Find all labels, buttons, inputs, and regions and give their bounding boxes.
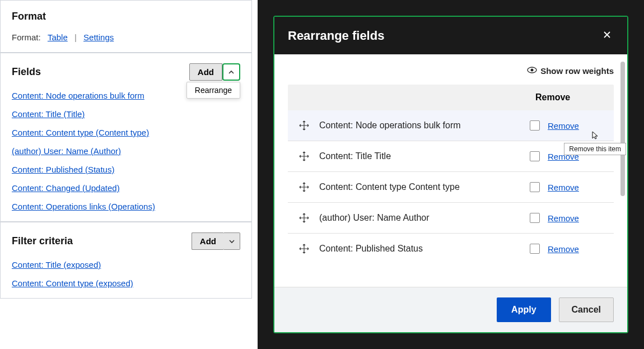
format-title: Format — [12, 11, 46, 22]
modal-footer: Apply Cancel — [274, 287, 627, 332]
filter-list: Content: Title (exposed) Content: Conten… — [12, 260, 240, 288]
table-row: Content: Node operations bulk form Remov… — [288, 110, 614, 141]
drag-handle[interactable] — [299, 151, 309, 161]
move-icon — [299, 244, 309, 254]
drag-handle[interactable] — [299, 120, 309, 131]
modal-header: Rearrange fields — [274, 17, 627, 54]
field-link[interactable]: (author) User: Name (Author) — [12, 146, 240, 156]
move-icon — [299, 213, 309, 223]
fields-add-button[interactable]: Add — [189, 63, 222, 81]
filter-section: Filter criteria Add Content: Title (expo… — [0, 222, 252, 299]
close-button[interactable] — [600, 27, 614, 44]
filter-title: Filter criteria — [12, 235, 73, 247]
field-link[interactable]: Content: Published (Status) — [12, 165, 240, 174]
table-row: Content: Content type Content type Remov… — [288, 172, 614, 203]
field-link[interactable]: Content: Changed (Updated) — [12, 183, 240, 193]
cancel-button[interactable]: Cancel — [559, 297, 614, 322]
drag-handle[interactable] — [299, 244, 309, 254]
show-row-weights-toggle[interactable]: Show row weights — [288, 66, 614, 76]
fields-section: Fields Add Rearrange Content: Node opera… — [0, 53, 252, 222]
remove-checkbox[interactable] — [530, 213, 540, 223]
format-row: Format: Table | Settings — [12, 32, 240, 42]
format-section: Format Format: Table | Settings — [0, 0, 252, 53]
drag-handle[interactable] — [299, 182, 309, 192]
cursor-icon — [590, 131, 600, 143]
remove-link[interactable]: Remove — [548, 183, 579, 192]
apply-button[interactable]: Apply — [497, 297, 550, 322]
row-actions: Remove — [530, 213, 603, 223]
row-actions: Remove — [530, 120, 603, 131]
row-label: Content: Content type Content type — [319, 182, 520, 192]
table-header: Remove — [288, 85, 614, 110]
modal-backdrop: Rearrange fields Show row weights Remove — [258, 0, 644, 349]
remove-link[interactable]: Remove — [548, 121, 579, 131]
remove-checkbox[interactable] — [530, 120, 540, 131]
remove-checkbox[interactable] — [530, 151, 540, 161]
row-label: (author) User: Name Author — [319, 213, 520, 223]
chevron-down-icon — [228, 238, 235, 245]
scrollbar-thumb[interactable] — [620, 62, 625, 196]
field-link[interactable]: Content: Content type (Content type) — [12, 128, 240, 137]
remove-tooltip: Remove this item — [564, 143, 626, 155]
table-row: (author) User: Name Author Remove — [288, 203, 614, 234]
row-actions: Remove — [530, 244, 603, 254]
drag-handle[interactable] — [299, 213, 309, 223]
remove-link[interactable]: Remove — [548, 244, 579, 254]
move-icon — [299, 182, 309, 192]
close-icon — [603, 30, 612, 39]
eye-icon — [527, 66, 537, 76]
chevron-up-icon — [228, 69, 235, 76]
move-icon — [299, 151, 309, 161]
rearrange-modal: Rearrange fields Show row weights Remove — [273, 16, 628, 333]
row-label: Content: Title Title — [319, 151, 520, 161]
filter-add-group: Add — [192, 232, 240, 250]
remove-checkbox[interactable] — [530, 244, 540, 254]
separator: | — [74, 32, 77, 42]
move-icon — [299, 120, 309, 131]
field-link[interactable]: Content: Title (Title) — [12, 109, 240, 119]
fields-dropdown-toggle[interactable] — [222, 63, 240, 81]
filter-dropdown-toggle[interactable] — [224, 232, 240, 250]
modal-body: Show row weights Remove Content: Node op… — [274, 54, 627, 287]
remove-checkbox[interactable] — [530, 182, 540, 192]
fields-list: Content: Node operations bulk form Conte… — [12, 91, 240, 211]
remove-link[interactable]: Remove — [548, 213, 579, 223]
row-label: Content: Published Status — [319, 244, 520, 254]
column-remove-header: Remove — [535, 92, 603, 103]
field-link[interactable]: Content: Operations links (Operations) — [12, 202, 240, 211]
format-table-link[interactable]: Table — [48, 32, 68, 42]
svg-point-1 — [531, 69, 534, 72]
views-config-panel: Format Format: Table | Settings Fields A… — [0, 0, 252, 349]
fields-dropdown-menu: Rearrange — [186, 82, 240, 99]
fields-add-group: Add Rearrange — [189, 63, 240, 81]
scrollbar[interactable] — [620, 62, 626, 263]
filter-link[interactable]: Content: Title (exposed) — [12, 260, 240, 269]
format-settings-link[interactable]: Settings — [83, 32, 114, 42]
table-row: Content: Published Status Remove — [288, 234, 614, 264]
row-label: Content: Node operations bulk form — [319, 120, 520, 131]
filter-add-button[interactable]: Add — [192, 232, 224, 250]
row-actions: Remove — [530, 182, 603, 192]
modal-title: Rearrange fields — [288, 29, 384, 43]
show-weights-label: Show row weights — [540, 66, 614, 76]
dropdown-item-rearrange[interactable]: Rearrange — [187, 82, 240, 98]
format-label: Format: — [12, 32, 41, 42]
filter-link[interactable]: Content: Content type (exposed) — [12, 278, 240, 288]
fields-title: Fields — [12, 66, 41, 78]
